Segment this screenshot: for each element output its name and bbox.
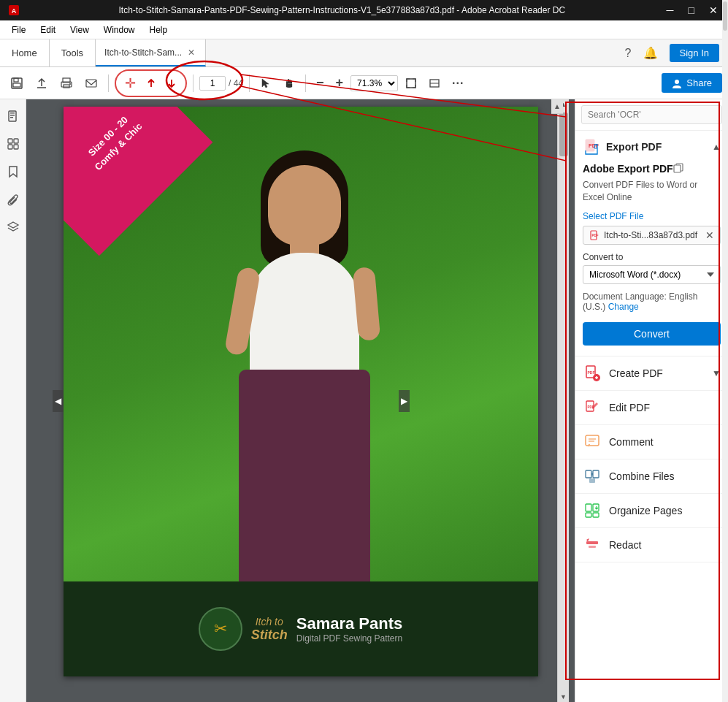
select-pdf-link[interactable]: Select PDF File (583, 211, 721, 221)
svg-rect-4 (13, 83, 20, 87)
convert-to-label: Convert to (583, 252, 721, 262)
copy-button[interactable] (673, 163, 683, 176)
comment-icon (583, 432, 602, 451)
pdf-footer-subtitle: Digital PDF Sewing Pattern (296, 633, 402, 644)
help-button[interactable]: ? (625, 47, 632, 60)
scrollbar-thumb[interactable] (559, 112, 568, 156)
change-language-link[interactable]: Change (608, 302, 639, 312)
tab-home[interactable]: Home (0, 39, 50, 66)
create-pdf-arrow: ▼ (712, 368, 721, 378)
menu-window[interactable]: Window (98, 23, 141, 37)
svg-point-8 (69, 83, 71, 85)
svg-rect-29 (674, 165, 681, 172)
svg-rect-21 (10, 117, 13, 118)
right-panel-scroll: PDF Export PDF ▲ Adobe Export PDF (575, 99, 728, 702)
export-pdf-header[interactable]: PDF Export PDF ▲ (575, 131, 728, 163)
sidebar-bookmark-button[interactable] (2, 161, 24, 183)
export-title-row: Adobe Export PDF (583, 163, 721, 176)
print-button[interactable] (55, 74, 77, 93)
window-controls: ─ □ ✕ (662, 3, 722, 18)
export-title: Adobe Export PDF (583, 163, 673, 175)
svg-rect-25 (14, 145, 18, 149)
svg-rect-43 (586, 504, 591, 511)
panel-search-area (575, 99, 728, 131)
next-page-button[interactable] (162, 75, 181, 91)
hand-tool-button[interactable] (279, 75, 299, 92)
cursor-tool-button[interactable] (256, 75, 276, 92)
prev-page-button[interactable] (142, 75, 161, 91)
footer-row: ✂ Itch to Stitch Samara Pants Digital PD… (199, 607, 403, 651)
tab-document[interactable]: Itch-to-Stitch-Sam... ✕ (96, 39, 206, 66)
convert-to-select[interactable]: Microsoft Word (*.docx) Microsoft Excel … (583, 265, 721, 284)
export-pdf-arrow: ▲ (712, 142, 721, 152)
svg-text:A: A (12, 7, 17, 15)
doc-language: Document Language: English (U.S.) Change (583, 291, 721, 312)
convert-button[interactable]: Convert (583, 322, 721, 346)
svg-rect-14 (407, 79, 415, 88)
toolbar-divider-4 (305, 75, 306, 92)
toolbar: ✛ / 44 − + 71.3% 50% 75% 100% 125% 150% … (0, 67, 728, 99)
brand-name: Itch to (256, 616, 283, 627)
brand-name2: Stitch (251, 627, 288, 643)
scroll-up-button[interactable]: ▲ (553, 102, 561, 110)
sidebar-layers-button[interactable] (2, 216, 24, 238)
tab-close-button[interactable]: ✕ (186, 47, 196, 58)
notification-button[interactable]: 🔔 (643, 46, 658, 60)
sidebar-attachment-button[interactable] (2, 188, 24, 210)
comment-item[interactable]: Comment (575, 425, 728, 459)
menu-file[interactable]: File (6, 23, 31, 37)
organize-pages-icon (583, 501, 602, 520)
toolbar-divider-3 (249, 75, 250, 92)
scrollbar-down-button[interactable]: ▼ (560, 692, 567, 702)
fit-page-button[interactable] (401, 75, 421, 92)
svg-rect-24 (8, 145, 12, 149)
create-pdf-icon: PDF (583, 364, 602, 383)
page-number-input[interactable] (199, 76, 226, 91)
comment-label: Comment (609, 436, 654, 448)
maximize-button[interactable]: □ (684, 3, 699, 18)
create-pdf-item[interactable]: PDF Create PDF ▼ (575, 356, 728, 391)
save-button[interactable] (6, 74, 28, 93)
zoom-select[interactable]: 71.3% 50% 75% 100% 125% 150% (350, 75, 398, 91)
redact-item[interactable]: Redact (575, 528, 728, 562)
pdf-scrollbar: ▲ ▼ (557, 99, 569, 702)
fit-width-button[interactable] (424, 75, 445, 92)
menu-edit[interactable]: Edit (34, 23, 61, 37)
sidebar-pages-button[interactable] (2, 105, 24, 127)
left-collapse-button[interactable]: ◀ (53, 390, 64, 412)
sign-in-button[interactable]: Sign In (670, 44, 719, 62)
panel-search-input[interactable] (581, 105, 722, 124)
menu-view[interactable]: View (64, 23, 95, 37)
share-button[interactable]: Share (662, 73, 722, 93)
create-pdf-label: Create PDF (609, 367, 663, 379)
right-collapse-button[interactable]: ▶ (399, 390, 410, 412)
crosshair-button[interactable]: ✛ (120, 72, 140, 94)
combine-files-icon (583, 467, 602, 486)
title-bar: A Itch-to-Stitch-Samara-Pants-PDF-Sewing… (0, 0, 728, 20)
page-total: / 44 (229, 78, 243, 88)
footer-text-block: Itch to Stitch (251, 616, 288, 643)
footer-logo: ✂ (199, 607, 242, 651)
email-button[interactable] (80, 74, 102, 93)
export-pdf-label: Export PDF (606, 141, 706, 153)
upload-button[interactable] (31, 74, 53, 93)
woman-face (268, 165, 341, 245)
menu-help[interactable]: Help (144, 23, 174, 37)
zoom-in-button[interactable]: + (332, 72, 348, 94)
edit-pdf-label: Edit PDF (609, 402, 650, 413)
organize-pages-item[interactable]: Organize Pages (575, 494, 728, 528)
svg-rect-11 (289, 80, 291, 84)
pdf-footer-title: Samara Pants (296, 614, 403, 633)
combine-files-item[interactable]: Combine Files (575, 459, 728, 494)
minimize-button[interactable]: ─ (662, 3, 678, 18)
file-remove-button[interactable]: ✕ (705, 229, 714, 241)
more-options-button[interactable]: ··· (448, 74, 468, 93)
tab-tools[interactable]: Tools (50, 39, 96, 66)
close-button[interactable]: ✕ (705, 3, 722, 18)
toolbar-divider-1 (108, 75, 109, 92)
combine-files-label: Combine Files (609, 470, 674, 482)
svg-rect-23 (14, 139, 18, 143)
sidebar-thumbnail-button[interactable] (2, 133, 24, 155)
edit-pdf-item[interactable]: PDF Edit PDF (575, 391, 728, 425)
zoom-out-button[interactable]: − (312, 72, 329, 94)
